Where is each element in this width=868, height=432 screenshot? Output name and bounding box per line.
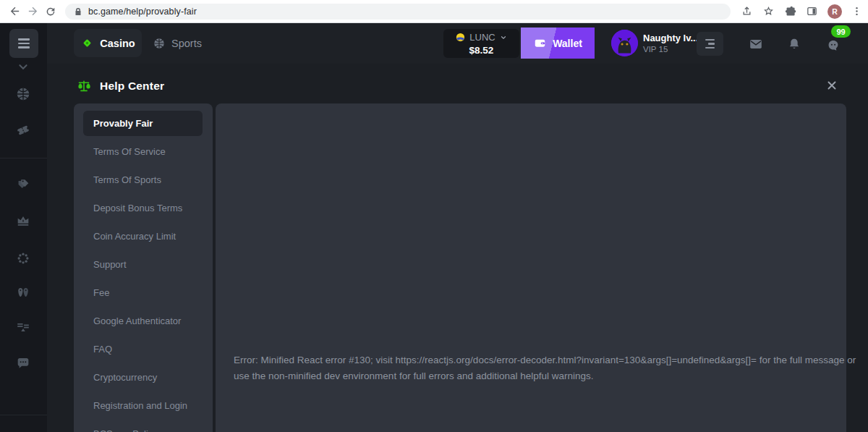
sports-basketball-icon[interactable] — [15, 86, 31, 102]
balance-amount: $8.52 — [469, 45, 494, 56]
browser-window: bc.game/help/provably-fair R — [0, 0, 868, 432]
lunc-coin-icon — [455, 32, 466, 43]
top-navigation: Casino Sports LUNC $8. — [47, 23, 868, 64]
help-menu-item-deposit-bonus-terms[interactable]: Deposit Bonus Terms — [74, 194, 213, 222]
back-icon[interactable] — [6, 2, 24, 21]
help-center-header: Help Center — [76, 78, 164, 94]
site-body: Casino Sports LUNC $8. — [0, 23, 868, 432]
side-panel-icon[interactable] — [806, 5, 818, 17]
affiliate-masks-icon[interactable] — [15, 284, 31, 300]
share-icon[interactable] — [741, 5, 753, 17]
scales-icon — [76, 78, 92, 94]
help-menu-item-support[interactable]: Support — [74, 250, 213, 279]
wallet-icon — [533, 36, 547, 50]
profile-avatar[interactable]: R — [827, 4, 842, 19]
help-menu-item-provably-fair[interactable]: Provably Fair — [83, 111, 203, 136]
support-chat-icon[interactable] — [825, 38, 841, 54]
hamburger-menu-icon[interactable] — [9, 29, 38, 58]
lock-icon — [74, 7, 82, 16]
collapse-chevron-icon[interactable] — [15, 59, 31, 75]
help-menu-item-cryptocurrency[interactable]: Cryptocurrency — [74, 363, 213, 391]
help-menu-item-fee[interactable]: Fee — [74, 279, 213, 307]
rail-divider — [0, 415, 47, 415]
bookmark-star-icon[interactable] — [762, 5, 775, 17]
avatar-creature-icon — [611, 30, 638, 56]
chrome-actions: R — [741, 4, 862, 19]
casino-ticket-icon[interactable] — [15, 122, 31, 138]
promotions-tags-icon[interactable] — [15, 177, 31, 192]
tab-casino-label: Casino — [100, 38, 135, 49]
help-menu-item-bcswap-policy[interactable]: BCSwap Policy — [74, 420, 213, 432]
help-menu-item-registration-and-login[interactable]: Registration and Login — [74, 391, 213, 420]
url-text: bc.game/help/provably-fair — [88, 7, 197, 17]
error-line-2: use the non-minified dev environment for… — [234, 368, 856, 384]
sidebar-rail — [0, 23, 47, 432]
leaderboard-podium-icon[interactable] — [15, 319, 31, 335]
bell-icon[interactable] — [786, 36, 802, 52]
kebab-menu-icon[interactable] — [851, 6, 862, 17]
help-center-title: Help Center — [100, 80, 164, 93]
currency-selector[interactable]: LUNC $8.52 — [443, 29, 519, 58]
help-menu-item-google-authenticator[interactable]: Google Authenticator — [74, 307, 213, 335]
mail-icon[interactable] — [748, 36, 764, 52]
wallet-button[interactable]: Wallet — [521, 27, 595, 59]
error-line-1: Error: Minified React error #130; visit … — [234, 352, 856, 368]
close-icon[interactable] — [825, 79, 838, 92]
help-center-overlay: Help Center Provably Fair Terms Of Servi… — [47, 64, 868, 432]
help-menu-item-coin-accuracy-limit[interactable]: Coin Accuracy Limit — [74, 222, 213, 250]
wallet-label: Wallet — [553, 38, 582, 49]
sports-ball-icon — [153, 37, 166, 50]
tab-sports[interactable]: Sports — [153, 29, 202, 57]
help-menu-item-terms-of-service[interactable]: Terms Of Service — [74, 137, 213, 166]
react-error-message: Error: Minified React error #130; visit … — [234, 352, 856, 384]
help-menu-item-faq[interactable]: FAQ — [74, 335, 213, 363]
user-menu-icon[interactable] — [697, 32, 723, 56]
forward-icon[interactable] — [24, 2, 42, 21]
chevron-down-icon — [499, 33, 508, 42]
extensions-puzzle-icon[interactable] — [784, 5, 796, 17]
tab-casino[interactable]: Casino — [74, 29, 142, 57]
bonus-spinner-icon[interactable] — [15, 250, 31, 266]
browser-toolbar: bc.game/help/provably-fair R — [0, 0, 868, 23]
chat-badge: 99 — [831, 25, 851, 38]
help-content-panel: Error: Minified React error #130; visit … — [216, 103, 846, 432]
user-avatar[interactable] — [611, 30, 638, 56]
rail-divider — [0, 158, 47, 158]
help-menu-panel: Provably Fair Terms Of Service Terms Of … — [74, 103, 213, 432]
forum-chat-icon[interactable] — [15, 355, 31, 371]
help-menu-item-terms-of-sports[interactable]: Terms Of Sports — [74, 166, 213, 194]
vip-crown-icon[interactable] — [15, 213, 31, 229]
casino-diamond-icon — [80, 36, 94, 50]
refresh-icon[interactable] — [41, 2, 59, 21]
url-bar[interactable]: bc.game/help/provably-fair — [65, 4, 731, 20]
currency-code: LUNC — [469, 32, 495, 43]
tab-sports-label: Sports — [171, 38, 202, 49]
